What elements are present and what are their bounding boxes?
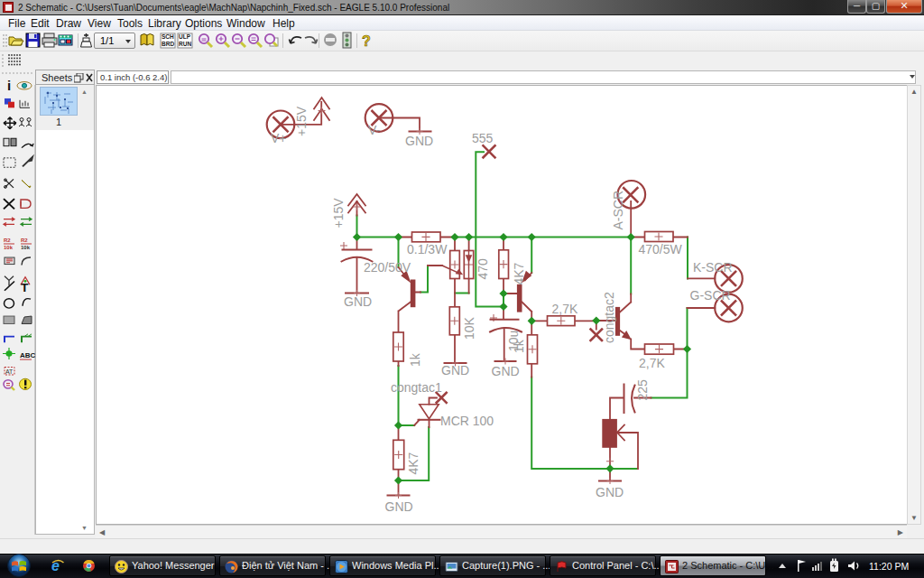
- svg-text:RUN: RUN: [179, 41, 191, 47]
- svg-text:10u: 10u: [506, 331, 521, 351]
- svg-text:GND: GND: [441, 363, 469, 378]
- svg-text:A-SCR: A-SCR: [611, 191, 625, 230]
- svg-text:GND: GND: [344, 294, 372, 309]
- svg-text:V+: V+: [271, 131, 287, 145]
- svg-text:GND: GND: [596, 485, 624, 499]
- svg-text:ABC: ABC: [20, 351, 35, 359]
- svg-text:470: 470: [476, 258, 490, 280]
- svg-text:?: ?: [362, 33, 371, 49]
- svg-text:1k: 1k: [408, 352, 422, 367]
- svg-text:R2: R2: [4, 238, 11, 243]
- svg-text:220/50V: 220/50V: [364, 260, 411, 275]
- svg-text:G-SCR: G-SCR: [690, 288, 731, 303]
- svg-text:AT: AT: [5, 368, 13, 375]
- svg-text:ULP: ULP: [179, 33, 191, 40]
- svg-text:K-SCR: K-SCR: [693, 260, 733, 275]
- svg-text:225: 225: [635, 379, 650, 401]
- svg-text:congtac1: congtac1: [391, 380, 442, 395]
- svg-text:555: 555: [472, 131, 494, 145]
- svg-text:4K7: 4K7: [512, 262, 526, 284]
- svg-text:R2: R2: [21, 238, 28, 243]
- svg-text:10k: 10k: [4, 245, 14, 250]
- svg-text:470/5W: 470/5W: [639, 242, 683, 256]
- svg-text:10K: 10K: [462, 316, 476, 340]
- svg-text:BRD: BRD: [162, 41, 174, 47]
- svg-text:10k: 10k: [21, 245, 31, 250]
- svg-text:4K7: 4K7: [406, 452, 420, 474]
- svg-text:congtac2: congtac2: [602, 292, 616, 343]
- svg-text:i: i: [7, 79, 11, 94]
- svg-text:V-: V-: [368, 123, 381, 137]
- svg-text:2,7K: 2,7K: [639, 356, 665, 370]
- svg-text:GND: GND: [492, 364, 520, 378]
- svg-text:T: T: [21, 281, 29, 294]
- svg-text:+15V: +15V: [294, 106, 309, 136]
- svg-text:+15V: +15V: [331, 198, 346, 228]
- svg-text:SCH: SCH: [162, 33, 174, 40]
- svg-text:MCR 100: MCR 100: [440, 414, 494, 428]
- svg-text:0.1/3W: 0.1/3W: [407, 242, 448, 256]
- svg-text:GND: GND: [385, 499, 413, 514]
- svg-text:GND: GND: [405, 134, 433, 148]
- svg-text:2,7K: 2,7K: [552, 302, 578, 316]
